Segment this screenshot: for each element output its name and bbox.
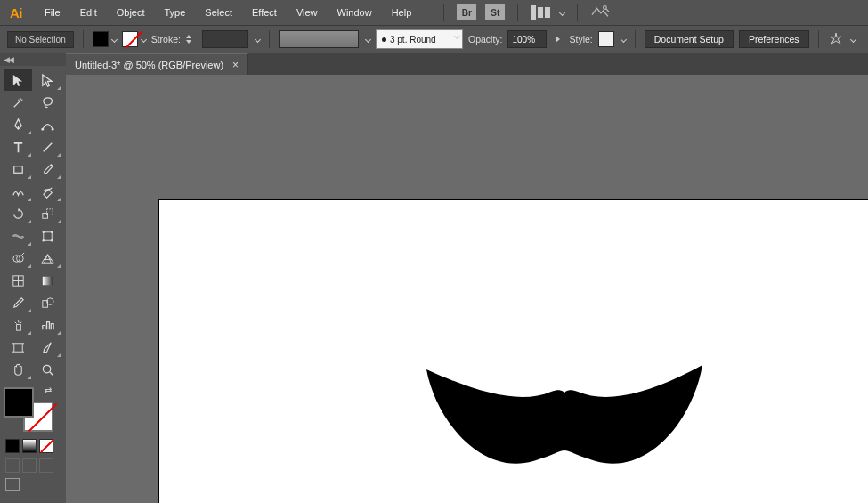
menu-view[interactable]: View	[288, 4, 327, 21]
chevron-down-icon	[111, 36, 118, 42]
svg-point-1	[41, 127, 44, 130]
menu-help[interactable]: Help	[383, 4, 421, 21]
blend-tool[interactable]	[33, 292, 61, 313]
search-adobe-stock-button[interactable]	[590, 4, 610, 21]
svg-rect-17	[16, 324, 20, 330]
swap-fill-stroke-icon[interactable]: ⇄	[45, 385, 52, 395]
workspace-icon	[531, 5, 556, 20]
stroke-swatch-control[interactable]	[122, 31, 146, 47]
hand-tool[interactable]	[4, 359, 32, 380]
stroke-weight-stepper[interactable]	[186, 31, 197, 47]
selection-status: No Selection	[7, 31, 74, 48]
symbol-sprayer-tool[interactable]	[4, 314, 32, 336]
stroke-weight-field[interactable]	[202, 30, 248, 48]
zoom-tool[interactable]	[33, 359, 61, 380]
svg-point-2	[51, 127, 53, 130]
style-label: Style:	[569, 34, 592, 45]
svg-point-7	[42, 231, 44, 232]
lasso-tool[interactable]	[33, 92, 61, 113]
workspace-switcher[interactable]	[531, 5, 564, 20]
color-mode-solid[interactable]	[5, 439, 20, 453]
fill-stroke-panel[interactable]: ⇄	[4, 387, 53, 432]
menu-bar: Ai File Edit Object Type Select Effect V…	[0, 0, 868, 25]
document-tab-row: Untitled-3* @ 50% (RGB/Preview) ×	[66, 53, 868, 75]
chevron-down-icon[interactable]	[850, 36, 856, 42]
draw-mode-row	[0, 457, 66, 475]
fill-swatch-control[interactable]	[93, 31, 117, 47]
chevron-down-icon[interactable]	[621, 36, 627, 42]
menu-file[interactable]: File	[36, 4, 69, 21]
color-mode-row	[0, 435, 66, 457]
draw-normal[interactable]	[5, 458, 20, 473]
close-tab-button[interactable]: ×	[232, 59, 239, 71]
selection-tool[interactable]	[4, 69, 32, 91]
menu-edit[interactable]: Edit	[71, 4, 106, 21]
svg-point-19	[43, 365, 51, 373]
canvas[interactable]	[66, 75, 868, 503]
eraser-tool[interactable]	[33, 181, 61, 202]
direct-selection-tool[interactable]	[33, 69, 61, 91]
width-tool[interactable]	[4, 225, 32, 247]
bridge-button[interactable]: Br	[457, 4, 476, 20]
align-to-button[interactable]	[828, 31, 844, 47]
arrow-right-icon[interactable]	[556, 36, 560, 43]
pen-tool[interactable]	[4, 114, 32, 135]
svg-rect-14	[42, 276, 52, 284]
dot-icon	[382, 37, 386, 42]
collapse-panel-button[interactable]: ◀◀	[0, 53, 66, 66]
svg-point-8	[50, 231, 52, 232]
svg-rect-3	[13, 166, 21, 173]
color-mode-gradient[interactable]	[22, 439, 37, 453]
document-tab-title: Untitled-3* @ 50% (RGB/Preview)	[75, 60, 223, 70]
variable-width-profile[interactable]	[279, 30, 359, 48]
menu-select[interactable]: Select	[196, 4, 241, 21]
menu-effect[interactable]: Effect	[243, 4, 286, 21]
free-transform-tool[interactable]	[33, 225, 61, 247]
stock-button[interactable]: St	[485, 4, 505, 20]
brush-definition-field[interactable]: 3 pt. Round	[376, 29, 463, 49]
column-graph-tool[interactable]	[33, 314, 61, 336]
chevron-down-icon[interactable]	[365, 36, 371, 42]
scale-tool[interactable]	[33, 203, 61, 224]
rectangle-tool[interactable]	[4, 158, 32, 180]
shaper-tool[interactable]	[4, 181, 32, 202]
curvature-tool[interactable]	[33, 114, 61, 135]
artboard-tool[interactable]	[4, 337, 32, 358]
svg-rect-6	[43, 231, 51, 239]
opacity-field[interactable]: 100%	[507, 30, 547, 48]
menu-object[interactable]: Object	[108, 4, 154, 21]
menu-type[interactable]: Type	[156, 4, 195, 21]
line-segment-tool[interactable]	[33, 136, 61, 158]
stroke-swatch[interactable]	[122, 31, 138, 47]
gradient-tool[interactable]	[33, 270, 61, 291]
screen-mode-button[interactable]	[5, 478, 20, 491]
paintbrush-tool[interactable]	[33, 158, 61, 180]
document-setup-button[interactable]: Document Setup	[645, 30, 734, 48]
draw-inside[interactable]	[39, 458, 53, 473]
perspective-grid-tool[interactable]	[33, 247, 61, 269]
app-logo-text: Ai	[10, 5, 22, 20]
fill-swatch[interactable]	[93, 31, 109, 47]
svg-point-10	[50, 239, 52, 240]
fill-color-swatch[interactable]	[4, 387, 34, 418]
draw-behind[interactable]	[22, 458, 37, 473]
color-mode-none[interactable]	[39, 439, 53, 453]
control-bar: No Selection Stroke: 3 pt. Round Opacity…	[0, 25, 868, 53]
artwork-shape[interactable]	[422, 365, 707, 483]
svg-point-9	[42, 239, 44, 240]
magic-wand-tool[interactable]	[4, 92, 32, 113]
chevron-down-icon	[454, 33, 460, 39]
type-tool[interactable]	[4, 136, 32, 158]
rotate-tool[interactable]	[4, 203, 32, 224]
menu-window[interactable]: Window	[329, 4, 381, 21]
chevron-down-icon[interactable]	[255, 36, 261, 42]
mesh-tool[interactable]	[4, 270, 32, 291]
document-tab[interactable]: Untitled-3* @ 50% (RGB/Preview) ×	[66, 53, 248, 75]
eyedropper-tool[interactable]	[4, 292, 32, 313]
chevron-down-icon	[559, 9, 565, 15]
slice-tool[interactable]	[33, 337, 61, 358]
preferences-button[interactable]: Preferences	[739, 30, 809, 48]
graphic-style-swatch[interactable]	[598, 31, 614, 47]
brush-definition-text: 3 pt. Round	[390, 35, 436, 45]
shape-builder-tool[interactable]	[4, 247, 32, 269]
